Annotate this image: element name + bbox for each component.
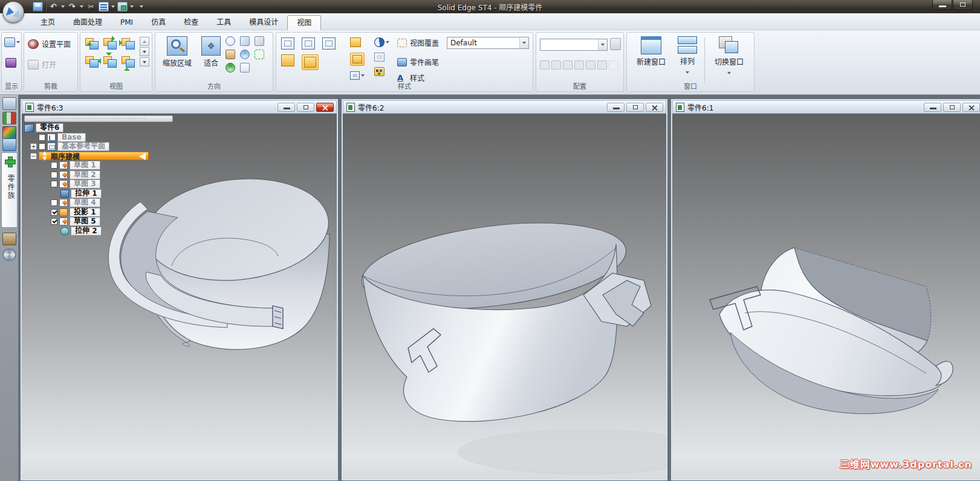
family-of-parts-tab[interactable]: 零件族 bbox=[1, 152, 18, 228]
redo-dropdown[interactable] bbox=[80, 5, 83, 8]
zoom-icon[interactable] bbox=[226, 36, 235, 46]
tab-pmi[interactable]: PMI bbox=[111, 15, 142, 30]
view-window-icon[interactable] bbox=[102, 37, 118, 50]
view-scroll-down-button[interactable] bbox=[140, 47, 149, 56]
config-tool-icon[interactable] bbox=[563, 60, 573, 69]
named-views-icon[interactable] bbox=[99, 2, 109, 11]
tree-item-ordered-modeling[interactable]: − ▲▼ 顺序建模 bbox=[30, 152, 174, 161]
switch-window-button[interactable]: 切换窗口 bbox=[708, 36, 750, 76]
view-window-icon[interactable] bbox=[120, 55, 136, 68]
pathfinder-scrollbar[interactable]: ········································… bbox=[24, 115, 173, 122]
part-painter-button[interactable]: 零件画笔 bbox=[397, 57, 439, 67]
view-window-icon[interactable] bbox=[120, 37, 136, 50]
child-minimize-button[interactable] bbox=[607, 103, 625, 112]
shadows-dropdown[interactable] bbox=[386, 41, 389, 44]
config-tool-icon[interactable] bbox=[540, 60, 550, 69]
attach-icon[interactable]: ✂ bbox=[86, 2, 96, 11]
wireframe-cube-icon[interactable] bbox=[281, 37, 294, 50]
expand-minus[interactable]: − bbox=[30, 153, 37, 160]
color-map-icon[interactable] bbox=[2, 126, 16, 139]
gear-icon[interactable] bbox=[2, 248, 16, 261]
zoom-area-button[interactable]: 缩放区域 bbox=[158, 36, 196, 68]
arrange-button[interactable]: 排列 bbox=[674, 36, 701, 76]
display-config-dropdown[interactable] bbox=[16, 41, 20, 44]
child-restore-button[interactable] bbox=[943, 103, 961, 112]
child-window-3-titlebar[interactable]: 零件6:1 bbox=[672, 100, 980, 114]
part-book-icon[interactable] bbox=[5, 58, 16, 68]
tool-icon[interactable] bbox=[2, 233, 16, 245]
tree-item-projection-1[interactable]: 投影 1 bbox=[51, 208, 174, 218]
refresh-icon[interactable] bbox=[226, 63, 235, 73]
new-window-button[interactable]: 新建窗口 bbox=[632, 36, 670, 66]
config-tool-icon[interactable] bbox=[551, 60, 561, 69]
viewport-3[interactable]: 三维网www.3dportal.cn bbox=[672, 114, 980, 479]
tab-home[interactable]: 主页 bbox=[31, 15, 64, 30]
view-settings-icon[interactable] bbox=[240, 63, 250, 73]
restore-button[interactable] bbox=[953, 0, 973, 10]
set-plane-button[interactable]: 设置平面 bbox=[28, 39, 71, 49]
tree-item-sketch-2[interactable]: 草图 2 bbox=[51, 170, 174, 180]
rollback-arrow-icon[interactable] bbox=[139, 153, 146, 160]
tree-item-ref-planes[interactable]: + 基本参考平面 bbox=[30, 142, 174, 152]
tree-item-sketch-1[interactable]: 草图 1 bbox=[51, 161, 174, 170]
previous-view-icon[interactable] bbox=[255, 36, 264, 46]
tab-tools[interactable]: 工具 bbox=[207, 15, 240, 30]
checkbox-checked[interactable] bbox=[51, 209, 57, 216]
face-style-cube-icon[interactable] bbox=[350, 37, 361, 47]
save-view-dropdown[interactable] bbox=[130, 5, 134, 8]
config-tool-icon[interactable] bbox=[574, 60, 584, 69]
viewport-1[interactable]: ········································… bbox=[22, 114, 337, 479]
undo-dropdown[interactable] bbox=[61, 5, 65, 8]
undo-icon[interactable]: ↶ bbox=[48, 2, 59, 11]
checkbox-checked[interactable] bbox=[51, 218, 57, 225]
config-save-icon[interactable] bbox=[610, 38, 621, 50]
checkbox[interactable] bbox=[51, 199, 57, 206]
customize-quick-access-dropdown[interactable] bbox=[140, 5, 143, 8]
shaded-with-edges-button-active[interactable] bbox=[302, 54, 319, 70]
expand-plus[interactable]: + bbox=[30, 143, 37, 150]
edge-paint-dropdown[interactable] bbox=[361, 74, 365, 77]
tree-item-sketch-5[interactable]: 草图 5 bbox=[51, 217, 174, 227]
save-icon[interactable] bbox=[33, 2, 43, 11]
arrange-dropdown[interactable] bbox=[686, 71, 689, 74]
child-close-button[interactable] bbox=[646, 103, 663, 112]
tree-item-sketch-4[interactable]: 草图 4 bbox=[51, 198, 174, 208]
combo-dropdown[interactable] bbox=[519, 37, 528, 48]
tab-mold-design[interactable]: 模具设计 bbox=[240, 15, 287, 30]
tree-item-extrude-2[interactable]: 拉伸 2 bbox=[60, 227, 174, 236]
checkbox[interactable] bbox=[39, 143, 45, 150]
child-window-2-titlebar[interactable]: 零件6:2 bbox=[343, 100, 666, 114]
shaded-cube-icon[interactable] bbox=[281, 54, 294, 66]
edge-paint-cube-icon[interactable] bbox=[350, 71, 360, 80]
view-style-button-active[interactable] bbox=[350, 53, 365, 66]
combo-dropdown[interactable] bbox=[598, 39, 607, 50]
minimize-button[interactable] bbox=[932, 0, 952, 10]
viewport-2[interactable] bbox=[343, 114, 666, 479]
rotate-icon[interactable] bbox=[240, 50, 250, 59]
checkbox[interactable] bbox=[39, 134, 45, 141]
child-minimize-button[interactable] bbox=[924, 103, 941, 112]
child-window-1-titlebar[interactable]: 零件6:3 bbox=[22, 100, 337, 114]
tree-item-sketch-3[interactable]: 草图 3 bbox=[51, 179, 174, 189]
tab-view[interactable]: 视图 bbox=[287, 15, 321, 30]
display-config-icon[interactable] bbox=[4, 37, 15, 47]
child-close-button[interactable] bbox=[962, 103, 980, 112]
tab-surfacing[interactable]: 曲面处理 bbox=[64, 15, 111, 30]
save-view-icon[interactable] bbox=[117, 2, 128, 11]
child-minimize-button[interactable] bbox=[277, 103, 295, 112]
family-table-icon[interactable] bbox=[2, 112, 16, 124]
visible-edges-cube-icon[interactable] bbox=[302, 37, 315, 50]
view-window-icon[interactable] bbox=[102, 55, 118, 68]
view-scroll-up-button[interactable] bbox=[140, 37, 149, 46]
child-restore-button[interactable] bbox=[297, 103, 314, 112]
fit-button[interactable]: ✥ 适合 bbox=[199, 36, 223, 68]
checkbox[interactable] bbox=[51, 181, 57, 187]
common-views-icon[interactable] bbox=[255, 50, 264, 59]
transparency-cube-icon[interactable] bbox=[374, 53, 385, 62]
redo-icon[interactable]: ↷ bbox=[67, 2, 77, 11]
view-gallery-expand-button[interactable] bbox=[140, 57, 149, 66]
child-restore-button[interactable] bbox=[626, 103, 644, 112]
ordered-modeling-bar[interactable]: ▲▼ 顺序建模 bbox=[39, 152, 149, 160]
config-pin-icon[interactable] bbox=[597, 60, 607, 69]
tab-simulation[interactable]: 仿真 bbox=[142, 15, 175, 30]
